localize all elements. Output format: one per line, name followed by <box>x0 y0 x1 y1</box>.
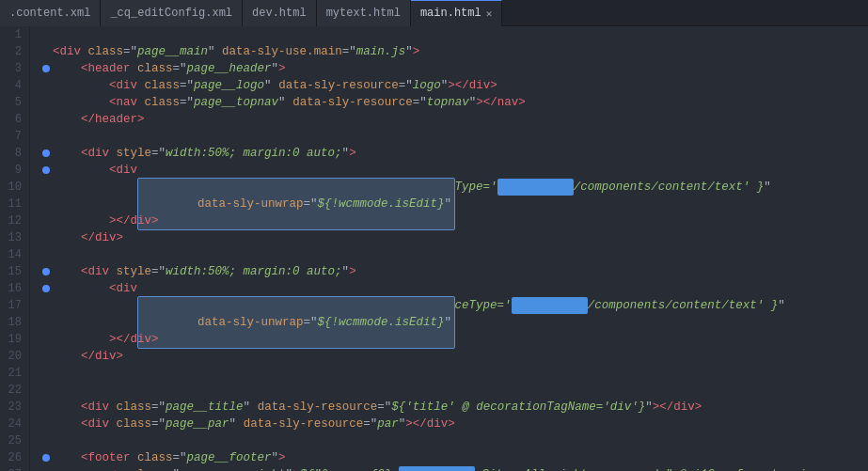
tab-mytext-html[interactable]: mytext.html <box>317 0 411 26</box>
editor: 1 2 3 4 5 6 7 8 9 10 11 12 13 14 15 16 1… <box>0 26 868 471</box>
code-line-20: </div> <box>39 348 868 365</box>
tab-bar: .content.xml _cq_editConfig.xml dev.html… <box>0 0 868 26</box>
code-line-23: <div class="page__title" data-sly-resour… <box>39 399 868 416</box>
code-line-14 <box>39 246 868 263</box>
tab-dev-html[interactable]: dev.html <box>243 0 317 26</box>
code-line-13: </div> <box>39 229 868 246</box>
tab-content-xml[interactable]: .content.xml <box>0 0 101 26</box>
code-area: <div class="page__main" data-sly-use.mai… <box>30 26 868 471</box>
tab-label: main.html <box>420 7 481 20</box>
tab-main-html[interactable]: main.html ✕ <box>411 0 502 26</box>
tab-label: .content.xml <box>9 7 90 20</box>
code-line-5: <nav class="page__topnav" data-sly-resou… <box>39 94 868 111</box>
tab-cq-edit-config[interactable]: _cq_editConfig.xml <box>101 0 243 26</box>
line-numbers: 1 2 3 4 5 6 7 8 9 10 11 12 13 14 15 16 1… <box>0 26 30 471</box>
code-line-21 <box>39 365 868 382</box>
code-line-27: <p class="page__copyright" > ${"&copy; {… <box>39 466 868 471</box>
code-line-9: <div <box>39 162 868 179</box>
code-line-7 <box>39 128 868 145</box>
tab-label: _cq_editConfig.xml <box>110 7 232 20</box>
code-line-15: <div style="width:50%; margin:0 auto;" > <box>39 263 868 280</box>
code-line-22 <box>39 382 868 399</box>
code-line-26: <footer class="page__footer" > <box>39 449 868 466</box>
code-line-8: <div style="width:50%; margin:0 auto;" > <box>39 145 868 162</box>
code-line-6: </header> <box>39 111 868 128</box>
tab-label: mytext.html <box>326 7 401 20</box>
code-line-16: <div <box>39 280 868 297</box>
code-line-11: data-sly-unwrap="${!wcmmode.isEdit}" <box>39 196 868 212</box>
code-line-4: <div class="page__logo" data-sly-resourc… <box>39 77 868 94</box>
code-line-2: <div class="page__main" data-sly-use.mai… <box>39 43 868 60</box>
code-line-1 <box>39 26 868 43</box>
code-line-25 <box>39 432 868 449</box>
close-icon[interactable]: ✕ <box>486 8 493 20</box>
code-line-3: <header class="page__header" > <box>39 60 868 77</box>
tab-label: dev.html <box>252 7 307 20</box>
code-line-18: data-sly-unwrap="${!wcmmode.isEdit}" <box>39 314 868 331</box>
code-line-24: <div class="page__par" data-sly-resource… <box>39 416 868 432</box>
